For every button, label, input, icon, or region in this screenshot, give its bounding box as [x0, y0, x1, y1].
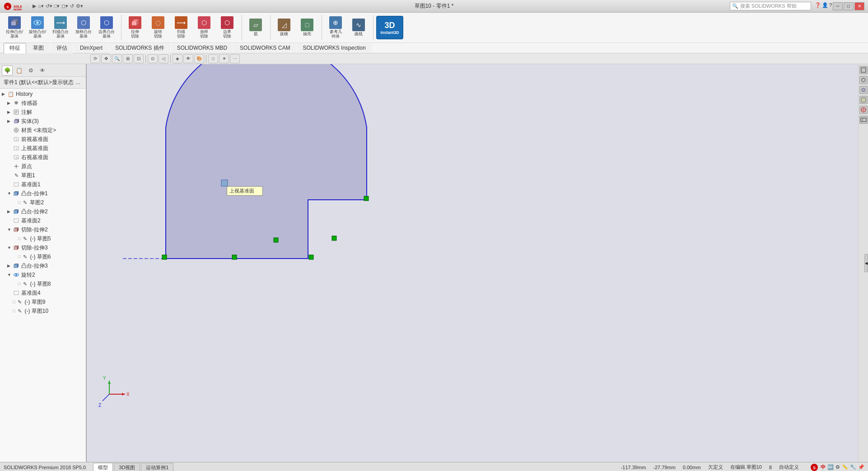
lighting-btn[interactable]: ☀ — [219, 54, 229, 63]
toolbar-rebuild[interactable]: ◻▾ — [61, 3, 68, 9]
viewport[interactable]: 上视基准面 X Y Z — [87, 64, 858, 462]
tree-item-boss3[interactable]: ▶ 凸台-拉伸3 — [0, 261, 86, 270]
feature-tree-tab[interactable]: 🌳 — [2, 66, 13, 75]
tree-item-plane4[interactable]: ▶ 基准面4 — [0, 288, 86, 297]
loft-boss-btn[interactable]: ⬡ 放样凸台基体 — [73, 16, 94, 39]
point-bottom-left[interactable] — [162, 255, 167, 259]
view-pan-btn[interactable]: ✥ — [101, 54, 111, 63]
minimize-button[interactable]: ─ — [833, 2, 843, 10]
revolve-boss-btn[interactable]: 旋转凸台/基体 — [27, 16, 48, 39]
point-axis-right[interactable] — [309, 255, 313, 259]
sb-btn-3[interactable] — [859, 86, 868, 94]
sb-btn-1[interactable] — [859, 66, 868, 74]
tree-item-boss1[interactable]: ▼ 凸台-拉伸1 — [0, 189, 86, 198]
expand-cut1[interactable]: ▼ — [7, 227, 13, 232]
tree-item-sketch2[interactable]: ▶ □ ✎ 草图2 — [0, 198, 86, 207]
sb-btn-6[interactable] — [859, 116, 868, 124]
sb-btn-5[interactable] — [859, 106, 868, 114]
tree-item-material[interactable]: ▶ 材质 <未指定> — [0, 126, 86, 135]
tree-item-annotations[interactable]: ▶ 注解 — [0, 108, 86, 117]
tab-sw-inspection[interactable]: SOLIDWORKS Inspection — [297, 43, 371, 52]
view-zoom-box-btn[interactable]: ⊞ — [123, 54, 133, 63]
expand-sensors[interactable]: ▶ — [7, 101, 13, 105]
close-button[interactable]: ✕ — [854, 2, 864, 10]
extrude-boss-btn[interactable]: 拉伸凸台/基体 — [4, 16, 25, 39]
rib-btn[interactable]: ▱ 筋 — [245, 16, 266, 39]
boundary-cut-btn[interactable]: ⬡ 边界切除 — [216, 16, 238, 39]
tree-item-sketch5[interactable]: ▶ □ ✎ (-) 草图5 — [0, 234, 86, 243]
point-step-mid[interactable] — [274, 238, 278, 242]
toolbar-box[interactable]: □▾ — [54, 3, 60, 9]
expand-boss1[interactable]: ▼ — [7, 191, 13, 196]
curves-btn[interactable]: ∿ 曲线 — [348, 16, 369, 39]
loft-cut-btn[interactable]: ⬡ 放样切除 — [193, 16, 215, 39]
unknown-btn[interactable]: ? — [829, 2, 832, 10]
view-rotate-btn[interactable]: ⟳ — [90, 54, 100, 63]
view-zoom-btn[interactable]: 🔍 — [112, 54, 122, 63]
expand-boss3[interactable]: ▶ — [7, 264, 13, 268]
tree-item-plane2[interactable]: ▶ 基准面2 — [0, 216, 86, 225]
expand-revolve2[interactable]: ▼ — [7, 273, 13, 277]
user-btn[interactable]: 👤 — [822, 2, 828, 10]
sweep-cut-btn[interactable]: ⟿ 扫描切除 — [170, 16, 192, 39]
sweep-boss-btn[interactable]: ⟿ 扫描凸台基体 — [50, 16, 71, 39]
tree-item-sketch9[interactable]: ▶ □ ✎ (-) 草图9 — [0, 297, 86, 306]
tab-dimxpert[interactable]: DimXpert — [74, 43, 108, 52]
tree-item-revolve2[interactable]: ▼ 旋转2 — [0, 270, 86, 279]
tree-item-boss2[interactable]: ▶ 凸台-拉伸2 — [0, 207, 86, 216]
toolbar-undo[interactable]: ↺▾ — [46, 3, 52, 9]
3dview-tab[interactable]: 3D视图 — [114, 463, 140, 471]
tree-item-solids[interactable]: ▶ 实体(3) — [0, 117, 86, 126]
view-fit-btn[interactable]: ⊡ — [134, 54, 144, 63]
sb-btn-4[interactable] — [859, 96, 868, 104]
expand-annotations[interactable]: ▶ — [7, 110, 13, 114]
tree-item-cut2[interactable]: ▼ 切除-拉伸3 — [0, 243, 86, 252]
more-view-btn[interactable]: ⋯ — [230, 54, 240, 63]
maximize-button[interactable]: □ — [844, 2, 854, 10]
expand-cut2[interactable]: ▼ — [7, 245, 13, 250]
tree-item-sensors[interactable]: ▶ 传感器 — [0, 99, 86, 108]
view-normal-btn[interactable]: ⊙ — [148, 54, 158, 63]
tab-evaluate[interactable]: 评估 — [51, 43, 73, 53]
boundary-boss-btn[interactable]: ⬡ 边界凸台基体 — [96, 16, 117, 39]
tree-item-plane1[interactable]: ▶ 基准面1 — [0, 180, 86, 189]
sb-btn-2[interactable] — [859, 76, 868, 84]
tree-item-cut1[interactable]: ▼ 切除-拉伸2 — [0, 225, 86, 234]
view-type-btn[interactable]: □ — [208, 54, 218, 63]
tree-item-sketch8[interactable]: ▶ □ ✎ (-) 草图8 — [0, 279, 86, 288]
point-step-right[interactable] — [332, 236, 336, 240]
point-bottom-mid[interactable] — [232, 255, 237, 259]
tree-item-front-plane[interactable]: ▶ F 前视基准面 — [0, 135, 86, 144]
toolbar-home[interactable]: ⌂▾ — [38, 3, 44, 9]
display-tab[interactable]: 👁 — [37, 66, 48, 75]
config-tab[interactable]: ⚙ — [25, 66, 36, 75]
ref-geom-btn[interactable]: ⊕ 参考几何体 — [325, 16, 346, 39]
tree-item-sketch10[interactable]: ▶ □ ✎ (-) 草图10 — [0, 306, 86, 316]
motion-tab[interactable]: 运动算例1 — [141, 463, 173, 471]
model-tab[interactable]: 模型 — [93, 463, 113, 471]
point-right-mid[interactable] — [364, 196, 369, 201]
tree-item-sketch6[interactable]: ▶ □ ✎ (-) 草图6 — [0, 252, 86, 261]
tree-item-origin[interactable]: ▶ 原点 — [0, 162, 86, 171]
expand-solids[interactable]: ▶ — [7, 119, 13, 123]
expand-boss2[interactable]: ▶ — [7, 209, 13, 214]
expand-history[interactable]: ▶ — [2, 92, 7, 96]
toolbar-menu-sw[interactable]: ▶ — [33, 3, 36, 9]
display-mode-btn[interactable]: ◈ — [173, 54, 182, 63]
help-btn[interactable]: ❓ — [815, 2, 821, 10]
search-bar[interactable]: 🔍 搜索 SOLIDWORKS 帮助 — [730, 2, 811, 10]
tab-sketch[interactable]: 草图 — [27, 43, 50, 53]
appearance-btn[interactable]: 🎨 — [194, 54, 204, 63]
tab-sw-mbd[interactable]: SOLIDWORKS MBD — [171, 43, 233, 52]
instant3d-btn[interactable]: 3D Instant3D — [376, 16, 403, 39]
tree-item-right-plane[interactable]: ▶ R 右视基准面 — [0, 153, 86, 162]
view-prev-btn[interactable]: ◁ — [159, 54, 168, 63]
shell-btn[interactable]: □ 抽壳 — [296, 16, 318, 39]
hide-show-btn[interactable]: 👁 — [183, 54, 193, 63]
revolve-cut-btn[interactable]: ◌ 旋转切除 — [147, 16, 169, 39]
draft-btn[interactable]: ◿ 拔模 — [273, 16, 295, 39]
tab-feature[interactable]: 特征 — [4, 43, 26, 53]
tab-sw-cam[interactable]: SOLIDWORKS CAM — [234, 43, 296, 52]
toolbar-options[interactable]: ⚙▾ — [76, 3, 83, 9]
tree-item-history[interactable]: ▶ 📋 History — [0, 89, 86, 99]
